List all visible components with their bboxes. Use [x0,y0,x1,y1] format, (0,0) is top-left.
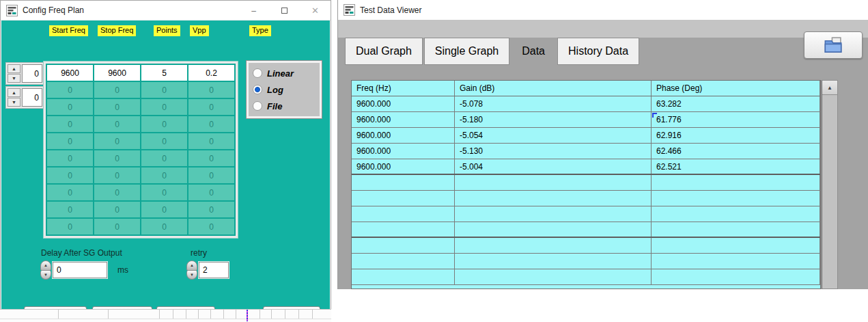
maximize-button[interactable] [269,1,300,21]
spinner-down-button[interactable]: ▼ [8,98,20,107]
freq-table-cell-r5-c1[interactable]: 0 [94,150,140,166]
radio-log-selected[interactable] [253,85,262,94]
freq-table-cell-r3-c1[interactable]: 0 [94,116,140,132]
freq-table-cell-r4-c0[interactable]: 0 [47,133,93,149]
freq-table-cell-r1-c1[interactable]: 0 [94,82,140,98]
freq-table-cell-r7-c3[interactable]: 0 [188,185,234,200]
freq-table-cell-r8-c1[interactable]: 0 [94,202,140,217]
table-cell-r10-c0[interactable] [352,254,455,269]
spinner-up-button[interactable]: ▲ [8,88,20,97]
type-option-log[interactable]: Log [253,85,316,95]
side-spinner-value[interactable]: 0 [22,64,42,83]
table-cell-r1-c2[interactable]: 61.776 [652,112,820,127]
freq-table-cell-r4-c1[interactable]: 0 [94,133,140,149]
table-cell-r7-c2[interactable] [652,206,820,222]
freq-table-cell-r6-c0[interactable]: 0 [47,167,93,183]
radio-linear[interactable] [253,68,262,78]
freq-table-cell-r2-c3[interactable]: 0 [188,99,234,115]
table-cell-r8-c2[interactable] [652,222,820,237]
retry-decrement-button[interactable]: ▼ [186,271,197,280]
freq-table-cell-r7-c0[interactable]: 0 [47,185,93,200]
table-cell-r9-c1[interactable] [455,238,652,253]
delay-decrement-button[interactable]: ▼ [40,271,51,280]
freq-table-cell-r2-c0[interactable]: 0 [47,99,93,115]
retry-increment-button[interactable]: ▲ [186,260,197,271]
freq-table-cell-r8-c0[interactable]: 0 [47,202,93,217]
freq-table-cell-r8-c2[interactable]: 0 [141,202,187,217]
minimize-button[interactable]: – [238,1,269,21]
freq-table-cell-r5-c2[interactable]: 0 [141,150,187,166]
table-cell-r4-c1[interactable]: -5.004 [455,159,652,174]
freq-table-cell-r9-c1[interactable]: 0 [94,219,140,234]
freq-table-cell-r9-c3[interactable]: 0 [188,219,234,234]
table-cell-r4-c0[interactable]: 9600.000 [352,159,455,174]
table-cell-r11-c2[interactable] [652,269,820,284]
table-cell-r6-c2[interactable] [652,191,820,206]
freq-table-cell-r1-c0[interactable]: 0 [47,82,93,98]
tab-data[interactable]: Data [511,38,556,65]
freq-table-cell-r7-c1[interactable]: 0 [94,185,140,200]
delay-input[interactable]: 0 [53,262,107,278]
freq-table-cell-r0-c3[interactable]: 0.2 [188,65,234,81]
freq-table-cell-r5-c0[interactable]: 0 [47,150,93,166]
table-cell-r7-c1[interactable] [455,206,652,222]
freq-table-cell-r6-c3[interactable]: 0 [188,167,234,183]
freq-table-cell-r1-c3[interactable]: 0 [188,82,234,98]
table-cell-r0-c0[interactable]: 9600.000 [352,96,455,111]
freq-table-cell-r3-c2[interactable]: 0 [141,116,187,132]
freq-table-cell-r5-c3[interactable]: 0 [188,150,234,166]
freq-table-cell-r4-c2[interactable]: 0 [141,133,187,149]
freq-table-cell-r4-c3[interactable]: 0 [188,133,234,149]
table-cell-r6-c1[interactable] [455,191,652,206]
radio-file[interactable] [253,101,262,111]
table-cell-r9-c2[interactable] [652,238,820,253]
table-cell-r1-c1[interactable]: -5.180 [455,112,652,127]
table-cell-r3-c1[interactable]: -5.130 [455,144,652,159]
table-cell-r0-c1[interactable]: -5.078 [455,96,652,111]
freq-table-cell-r0-c2[interactable]: 5 [141,65,187,81]
table-cell-r1-c0[interactable]: 9600.000 [352,112,455,127]
table-cell-r8-c1[interactable] [455,222,652,237]
close-button[interactable]: ✕ [300,1,331,21]
table-cell-r11-c0[interactable] [352,269,455,284]
freq-table-cell-r8-c3[interactable]: 0 [188,202,234,217]
table-cell-r5-c2[interactable] [652,175,820,190]
freq-table-cell-r9-c2[interactable]: 0 [141,219,187,234]
table-cell-r11-c1[interactable] [455,269,652,284]
table-cell-r3-c0[interactable]: 9600.000 [352,144,455,159]
freq-table-cell-r6-c1[interactable]: 0 [94,167,140,183]
tab-history-data[interactable]: History Data [557,38,639,65]
table-cell-r6-c0[interactable] [352,191,455,206]
freq-table-cell-r3-c0[interactable]: 0 [47,116,93,132]
delay-increment-button[interactable]: ▲ [40,260,51,271]
type-option-linear[interactable]: Linear [253,68,316,79]
tab-dual-graph[interactable]: Dual Graph [345,38,423,65]
retry-input[interactable]: 2 [199,262,229,278]
table-cell-r2-c1[interactable]: -5.054 [455,128,652,143]
table-cell-r9-c0[interactable] [352,238,455,253]
freq-table-cell-r3-c3[interactable]: 0 [188,116,234,132]
freq-table-cell-r2-c1[interactable]: 0 [94,99,140,115]
table-scrollbar[interactable]: ▲ [822,80,838,289]
table-cell-r5-c0[interactable] [352,175,455,190]
tab-single-graph[interactable]: Single Graph [424,38,509,65]
table-cell-r10-c2[interactable] [652,254,820,269]
scroll-up-button[interactable]: ▲ [822,81,837,95]
table-cell-r0-c2[interactable]: 63.282 [652,96,820,111]
type-option-file[interactable]: File [253,101,316,111]
table-cell-r2-c2[interactable]: 62.916 [652,128,820,143]
freq-table-cell-r2-c2[interactable]: 0 [141,99,187,115]
freq-table-cell-r7-c2[interactable]: 0 [141,185,187,200]
table-cell-r10-c1[interactable] [455,254,652,269]
table-cell-r8-c0[interactable] [352,222,455,237]
spinner-up-button[interactable]: ▲ [8,64,20,73]
freq-table-cell-r0-c1[interactable]: 9600 [94,65,140,81]
table-cell-r7-c0[interactable] [352,206,455,222]
freq-table-cell-r9-c0[interactable]: 0 [47,219,93,234]
spinner-down-button[interactable]: ▼ [8,74,20,83]
freq-table-cell-r1-c2[interactable]: 0 [141,82,187,98]
table-cell-r2-c0[interactable]: 9600.000 [352,128,455,143]
freq-table-cell-r6-c2[interactable]: 0 [141,167,187,183]
freq-table-cell-r0-c0[interactable]: 9600 [47,65,93,81]
side-spinner-value[interactable]: 0 [22,88,42,107]
